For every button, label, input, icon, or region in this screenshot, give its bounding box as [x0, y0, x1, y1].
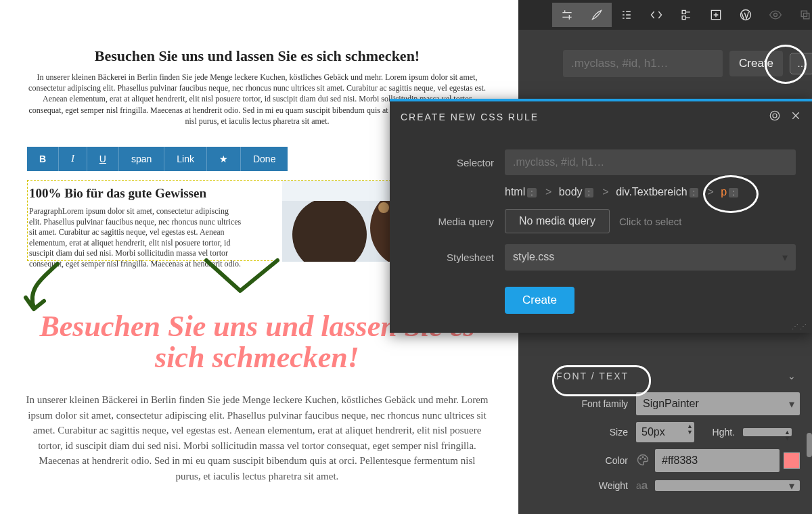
annotation-caret-icon: [203, 257, 284, 298]
size-label: Size: [554, 427, 636, 438]
resize-handle-icon[interactable]: ⋰⋰: [792, 323, 808, 330]
create-css-rule-modal: CREATE NEW CSS RULE Selector html: > bod…: [390, 99, 812, 333]
media-query-button[interactable]: No media query: [505, 209, 610, 233]
palette-icon[interactable]: [636, 453, 651, 469]
text-weight-icon: aa: [636, 479, 651, 492]
inspector-mode-tabs: [552, 3, 812, 27]
stylesheet-label: Stylesheet: [406, 252, 505, 263]
svg-point-9: [774, 14, 777, 17]
media-hint[interactable]: Click to select: [619, 216, 682, 227]
span-button[interactable]: span: [119, 147, 164, 171]
svg-point-16: [645, 458, 646, 459]
selector-label: Selector: [406, 157, 505, 168]
add-panel-icon[interactable]: [701, 3, 731, 27]
selector-input[interactable]: [563, 50, 723, 77]
brush-icon[interactable]: [582, 3, 612, 27]
chevron-down-icon: ▾: [789, 480, 794, 492]
crumb-p[interactable]: p: [721, 186, 727, 197]
selector-breadcrumb: html: > body: > div.Textbereich: > p:: [505, 186, 796, 198]
create-rule-button[interactable]: Create: [729, 51, 783, 76]
stepper-icon[interactable]: ▲▼: [687, 423, 693, 436]
modal-title: CREATE NEW CSS RULE: [401, 112, 539, 122]
inline-text-toolbar: B I U span Link ★ Done: [27, 147, 288, 171]
css-inspector-sidebar: Create … CREATE NEW CSS RULE Selector: [518, 0, 812, 514]
height-label: Hght.: [694, 427, 743, 438]
svg-rect-11: [804, 14, 809, 19]
svg-point-4: [378, 202, 389, 213]
code-icon[interactable]: [641, 3, 671, 27]
underline-button[interactable]: U: [87, 147, 119, 171]
list-icon[interactable]: [612, 3, 641, 27]
stepper-icon[interactable]: ▲▼: [784, 429, 790, 442]
annotation-arrow-icon: [7, 260, 68, 321]
size-input[interactable]: 50px▲▼: [636, 422, 694, 442]
font-family-label: Font family: [554, 398, 636, 409]
crumb-html[interactable]: html: [505, 186, 525, 197]
color-label: Color: [554, 455, 636, 466]
styled-paragraph: In unserer kleinen Bäckerei in Berlin fi…: [26, 392, 489, 484]
tree-icon[interactable]: [671, 3, 701, 27]
modal-create-button[interactable]: Create: [505, 287, 574, 314]
svg-point-12: [770, 111, 780, 120]
svg-rect-10: [801, 11, 807, 16]
svg-point-14: [640, 458, 641, 459]
modal-selector-input[interactable]: [505, 149, 796, 175]
target-icon[interactable]: [769, 110, 781, 124]
color-input[interactable]: #ff8383: [655, 449, 780, 472]
eye-icon[interactable]: [761, 3, 790, 27]
new-rule-bar: Create …: [563, 50, 800, 77]
svg-point-15: [642, 457, 644, 458]
bold-button[interactable]: B: [27, 147, 59, 171]
close-icon[interactable]: [790, 110, 801, 123]
chevron-down-icon[interactable]: ⌄: [788, 371, 797, 381]
font-family-select[interactable]: SignPainter▾: [636, 392, 800, 415]
copy-icon[interactable]: [790, 3, 812, 27]
chevron-down-icon: ▾: [782, 251, 788, 264]
star-button[interactable]: ★: [207, 147, 241, 171]
stylesheet-select[interactable]: style.css ▾: [505, 244, 796, 271]
settings-icon[interactable]: [552, 3, 582, 27]
panel-header[interactable]: FONT / TEXT: [556, 371, 629, 381]
more-options-button[interactable]: …: [790, 53, 812, 74]
link-button[interactable]: Link: [164, 147, 207, 171]
height-input[interactable]: ▲▼: [743, 428, 792, 436]
weight-select[interactable]: ▾: [655, 480, 800, 491]
crumb-body[interactable]: body: [559, 186, 583, 197]
italic-button[interactable]: I: [59, 147, 87, 171]
chevron-down-icon: ▾: [789, 398, 794, 411]
crumb-div[interactable]: div.Textbereich: [616, 186, 687, 197]
page-title: Besuchen Sie uns und lassen Sie es sich …: [27, 47, 487, 65]
done-button[interactable]: Done: [241, 147, 288, 171]
wordpress-icon[interactable]: [731, 3, 761, 27]
scrollbar-thumb[interactable]: [807, 433, 812, 457]
svg-point-13: [773, 114, 777, 118]
font-text-panel: FONT / TEXT ⌄ Font family SignPainter▾ S…: [554, 367, 800, 499]
color-swatch[interactable]: [784, 452, 800, 469]
media-label: Media query: [406, 216, 505, 227]
weight-label: Weight: [554, 480, 636, 491]
